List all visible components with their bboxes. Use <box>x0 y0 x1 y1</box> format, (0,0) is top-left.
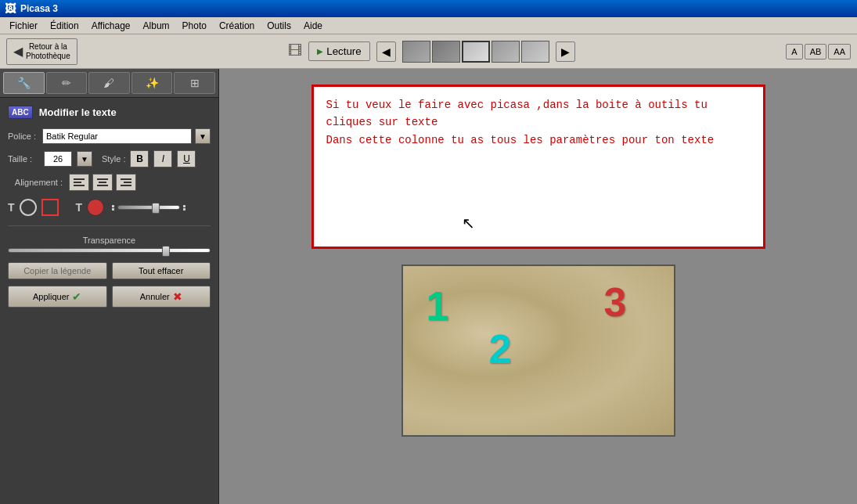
copy-legend-button[interactable]: Copier la légende <box>8 262 107 279</box>
cancel-button[interactable]: Annuler ✖ <box>112 286 211 308</box>
color-slider[interactable] <box>117 205 180 210</box>
panel-content: ABC Modifier le texte Police : ▼ Taille … <box>0 98 218 504</box>
app-title: Picasa 3 <box>20 3 58 14</box>
svg-rect-0 <box>74 178 85 180</box>
apply-label: Appliquer <box>33 292 69 301</box>
text-t-filled-label: T <box>76 201 83 214</box>
thumb-4[interactable] <box>492 41 520 63</box>
photo-container: 1 2 3 <box>401 265 675 437</box>
svg-rect-8 <box>121 185 131 186</box>
menu-edition[interactable]: Édition <box>44 19 85 33</box>
size-style-row: Taille : 26 ▼ Style : B I U <box>8 150 211 167</box>
back-button[interactable]: ◀ Retour à laPhotothèque <box>6 38 77 65</box>
tool-more-icon[interactable]: ⊞ <box>174 72 215 94</box>
thumb-1[interactable] <box>402 41 430 63</box>
nav-prev-button[interactable]: ◀ <box>376 41 396 62</box>
tool-edit-icon[interactable]: ✏ <box>46 72 88 94</box>
thumb-3[interactable] <box>462 41 490 63</box>
italic-button[interactable]: I <box>153 150 172 167</box>
menu-outils[interactable]: Outils <box>261 19 297 33</box>
text-line-1: Si tu veux le faire avec picasa ,dans la… <box>326 96 751 113</box>
svg-rect-5 <box>97 185 108 186</box>
clear-all-button[interactable]: Tout effacer <box>112 262 211 279</box>
zoom-1-button[interactable]: A <box>786 44 802 59</box>
menubar: Fichier Édition Affichage Album Photo Cr… <box>0 17 857 34</box>
film-icon: 🎞 <box>288 43 302 59</box>
toolbar-center: 🎞 ▶ Lecture ◀ ▶ <box>288 41 574 63</box>
font-label: Police : <box>8 131 39 141</box>
size-label: Taille : <box>8 154 39 164</box>
svg-rect-1 <box>74 182 81 183</box>
number-2: 2 <box>489 329 512 369</box>
zoom-2-button[interactable]: AB <box>805 44 827 59</box>
left-panel: 🔧 ✏ 🖌 ✨ ⊞ ABC Modifier le texte Police :… <box>0 69 219 504</box>
svg-rect-2 <box>74 185 85 186</box>
zoom-3-button[interactable]: AA <box>828 44 851 59</box>
center-content: Si tu veux le faire avec picasa ,dans la… <box>219 69 857 504</box>
play-button[interactable]: ▶ Lecture <box>308 41 369 61</box>
titlebar: 🖼 Picasa 3 <box>0 0 857 17</box>
outline-circle-button[interactable] <box>20 199 37 216</box>
color-row: T T <box>8 199 211 226</box>
copy-clear-row: Copier la légende Tout effacer <box>8 262 211 279</box>
transparence-handle[interactable] <box>162 246 170 257</box>
size-value-box[interactable]: 26 <box>44 151 72 167</box>
menu-photo[interactable]: Photo <box>176 19 213 33</box>
transparence-section: Transparence <box>8 236 211 253</box>
menu-aide[interactable]: Aide <box>297 19 329 33</box>
toolbar: ◀ Retour à laPhotothèque 🎞 ▶ Lecture ◀ ▶… <box>0 34 857 69</box>
action-row: Appliquer ✔ Annuler ✖ <box>8 286 211 308</box>
cancel-label: Annuler <box>140 292 170 301</box>
svg-rect-7 <box>124 182 131 183</box>
font-dropdown-arrow[interactable]: ▼ <box>195 128 211 144</box>
abc-icon: ABC <box>8 106 33 119</box>
zoom-buttons: A AB AA <box>786 44 851 59</box>
align-center-button[interactable] <box>92 174 113 191</box>
transparence-slider[interactable] <box>8 248 211 253</box>
thumb-2[interactable] <box>432 41 460 63</box>
panel-title: Modifier le texte <box>39 106 117 118</box>
outline-rect-button[interactable] <box>41 199 59 216</box>
transparence-label: Transparence <box>8 236 211 245</box>
back-label: Retour à laPhotothèque <box>26 42 70 61</box>
menu-creation[interactable]: Création <box>213 19 261 33</box>
menu-fichier[interactable]: Fichier <box>3 19 44 33</box>
size-dropdown-arrow[interactable]: ▼ <box>77 151 92 167</box>
play-label: Lecture <box>326 45 361 57</box>
color-filled-button[interactable] <box>87 199 104 216</box>
color-slider-handle[interactable] <box>152 203 160 214</box>
text-line-3: Dans cette colonne tu as tous les paramè… <box>326 131 751 149</box>
app-icon: 🖼 <box>5 2 16 15</box>
alignment-row: Alignement : <box>8 174 211 191</box>
main-area: 🔧 ✏ 🖌 ✨ ⊞ ABC Modifier le texte Police :… <box>0 69 857 504</box>
text-edit-box[interactable]: Si tu veux le faire avec picasa ,dans la… <box>311 85 765 249</box>
align-right-button[interactable] <box>116 174 136 191</box>
svg-rect-3 <box>97 178 108 180</box>
photo-thumbnails <box>402 41 549 63</box>
menu-album[interactable]: Album <box>137 19 176 33</box>
text-content[interactable]: Si tu veux le faire avec picasa ,dans la… <box>326 96 751 149</box>
panel-header: ABC Modifier le texte <box>8 106 211 119</box>
underline-button[interactable]: U <box>177 150 196 167</box>
align-label: Alignement : <box>8 178 63 187</box>
tool-wrench-icon[interactable]: 🔧 <box>3 72 45 94</box>
check-icon: ✔ <box>72 290 81 303</box>
svg-rect-6 <box>121 178 131 180</box>
cancel-x-icon: ✖ <box>173 290 182 303</box>
tool-brush-icon[interactable]: 🖌 <box>88 72 130 94</box>
apply-button[interactable]: Appliquer ✔ <box>8 286 107 308</box>
bold-button[interactable]: B <box>130 150 149 167</box>
thumb-5[interactable] <box>521 41 549 63</box>
play-triangle-icon: ▶ <box>317 47 323 56</box>
menu-affichage[interactable]: Affichage <box>85 19 137 33</box>
style-label: Style : <box>102 154 126 164</box>
svg-rect-4 <box>99 182 106 183</box>
tool-effects-icon[interactable]: ✨ <box>131 72 173 94</box>
nav-next-button[interactable]: ▶ <box>556 41 575 62</box>
tool-icons-row: 🔧 ✏ 🖌 ✨ ⊞ <box>0 69 218 98</box>
align-right-icon <box>121 178 131 187</box>
font-select[interactable] <box>42 128 192 144</box>
align-left-icon <box>74 178 85 187</box>
number-3: 3 <box>604 282 627 322</box>
align-left-button[interactable] <box>69 174 89 191</box>
